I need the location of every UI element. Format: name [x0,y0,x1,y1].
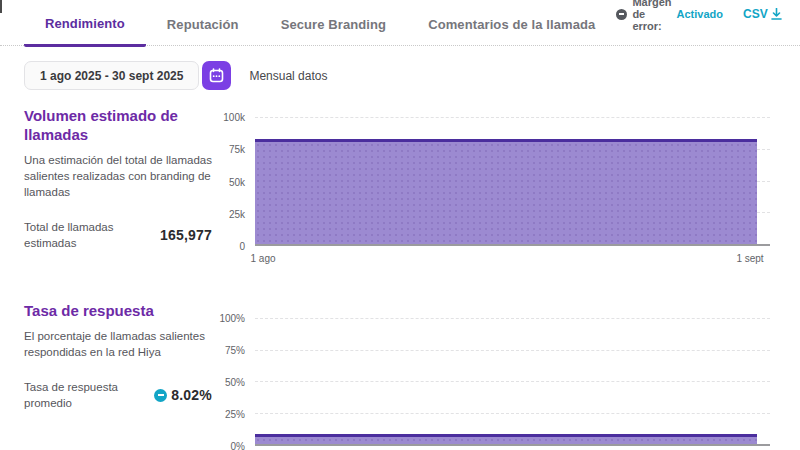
y-tick: 50k [229,176,245,187]
section-title: Volumen estimado de llamadas [24,107,212,145]
y-tick: 0 [239,241,245,252]
gridline [255,381,770,382]
stat-value-wrap: 8.02% [154,387,212,403]
stat-label: Total de llamadas estimadas [24,219,160,251]
section-volumen: Volumen estimado de llamadas Una estimac… [24,107,212,251]
y-tick: 100% [219,313,245,324]
x-tick: 1 sept [736,252,764,265]
y-tick: 100k [223,112,245,123]
calendar-icon [209,68,224,83]
date-toolbar: 1 ago 2025 - 30 sept 2025 Mensual datos [24,61,327,90]
gridline [255,318,770,319]
chart-tasa-respuesta: 100% 75% 50% 25% 0% [211,318,770,446]
tab-list: Rendimiento Reputación Secure Branding C… [24,16,616,45]
y-tick: 75% [225,345,245,356]
y-axis-labels: 100k 75k 50k 25k 0 [211,117,255,246]
y-tick: 0% [231,441,245,450]
tab-bar-right-controls: Margen de error: Activado CSV [616,0,781,45]
y-axis-labels: 100% 75% 50% 25% 0% [211,318,255,446]
minus-circle-icon [616,9,627,20]
margin-of-error-toggle[interactable]: Margen de error: Activado [616,0,723,32]
date-range-field[interactable]: 1 ago 2025 - 30 sept 2025 [24,61,199,90]
stat-row: Total de llamadas estimadas 165,977 [24,219,212,251]
chart-volumen-llamadas: 100k 75k 50k 25k 0 [211,117,770,246]
margin-of-error-state: Activado [677,8,723,20]
area-series-fill [255,139,757,244]
tab-rendimiento[interactable]: Rendimiento [24,16,146,47]
download-icon [771,8,782,20]
stat-value: 165,977 [160,227,212,243]
section-tasa-respuesta: Tasa de respuesta El porcentaje de llama… [24,302,212,411]
minus-circle-icon [154,389,167,402]
margin-of-error-label: Margen de error: [632,0,671,32]
stat-label: Tasa de respuesta promedio [24,379,154,411]
gridline [255,350,770,351]
section-description: Una estimación del total de llamadas sal… [24,152,212,200]
section-description: El porcentaje de llamadas salientes resp… [24,328,212,360]
stat-value-wrap: 165,977 [160,227,212,243]
tab-bar: Rendimiento Reputación Secure Branding C… [0,0,800,46]
section-title: Tasa de respuesta [24,302,212,321]
x-tick: 1 ago [249,252,277,265]
y-tick: 25% [225,409,245,420]
tab-comentarios[interactable]: Comentarios de la llamada [407,17,616,45]
tab-secure-branding[interactable]: Secure Branding [260,17,408,45]
y-tick: 25k [229,208,245,219]
x-axis-labels: 1 ago 1 sept [255,252,770,280]
gridline [255,117,770,118]
granularity-label: Mensual datos [249,69,327,83]
y-tick: 50% [225,377,245,388]
calendar-button[interactable] [202,61,231,90]
csv-download-button[interactable]: CSV [743,7,782,21]
stat-row: Tasa de respuesta promedio 8.02% [24,379,212,411]
gridline [255,413,770,414]
tab-reputacion[interactable]: Reputación [146,17,260,45]
y-tick: 75k [229,144,245,155]
csv-label: CSV [743,7,768,21]
area-series-fill [255,434,757,444]
plot-area [255,318,770,446]
stat-value: 8.02% [171,387,212,403]
plot-area [255,117,770,246]
